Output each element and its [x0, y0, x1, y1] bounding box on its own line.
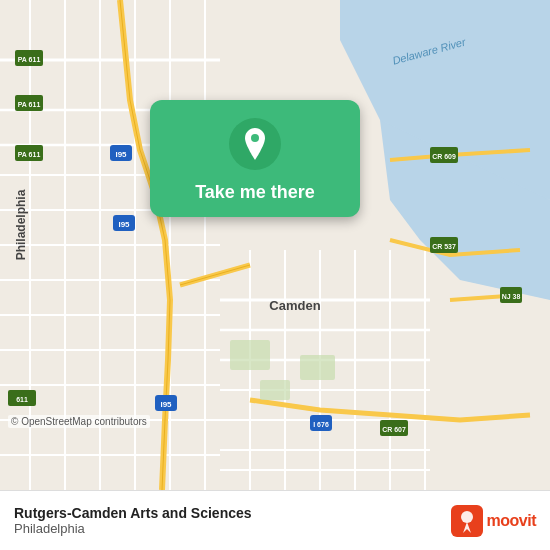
take-me-there-label: Take me there — [195, 182, 315, 203]
moovit-icon — [451, 505, 483, 537]
svg-text:Camden: Camden — [269, 298, 320, 313]
svg-text:PA 611: PA 611 — [18, 151, 41, 158]
svg-text:I 676: I 676 — [313, 421, 329, 428]
location-icon-wrap — [229, 118, 281, 170]
svg-text:I95: I95 — [118, 220, 130, 229]
location-pin-icon — [241, 128, 269, 160]
svg-text:CR 537: CR 537 — [432, 243, 456, 250]
copyright-text: © OpenStreetMap contributors — [8, 415, 150, 428]
place-info: Rutgers-Camden Arts and Sciences Philade… — [14, 505, 252, 536]
svg-rect-64 — [300, 355, 335, 380]
take-me-there-button[interactable]: Take me there — [150, 100, 360, 217]
svg-point-66 — [251, 134, 259, 142]
svg-point-68 — [461, 511, 473, 523]
svg-text:611: 611 — [16, 396, 28, 403]
map-container: I95 I95 I95 PA 611 PA 611 PA 611 — [0, 0, 550, 490]
moovit-text: moovit — [487, 512, 536, 530]
svg-text:I95: I95 — [160, 400, 172, 409]
svg-text:PA 611: PA 611 — [18, 101, 41, 108]
place-name: Rutgers-Camden Arts and Sciences — [14, 505, 252, 521]
svg-text:NJ 38: NJ 38 — [502, 293, 521, 300]
place-city: Philadelphia — [14, 521, 252, 536]
svg-text:Philadelphia: Philadelphia — [14, 189, 28, 260]
svg-text:CR 609: CR 609 — [432, 153, 456, 160]
bottom-bar: Rutgers-Camden Arts and Sciences Philade… — [0, 490, 550, 550]
svg-text:PA 611: PA 611 — [18, 56, 41, 63]
svg-text:CR 607: CR 607 — [382, 426, 406, 433]
svg-text:I95: I95 — [115, 150, 127, 159]
moovit-logo[interactable]: moovit — [451, 505, 536, 537]
svg-rect-65 — [260, 380, 290, 400]
svg-rect-63 — [230, 340, 270, 370]
